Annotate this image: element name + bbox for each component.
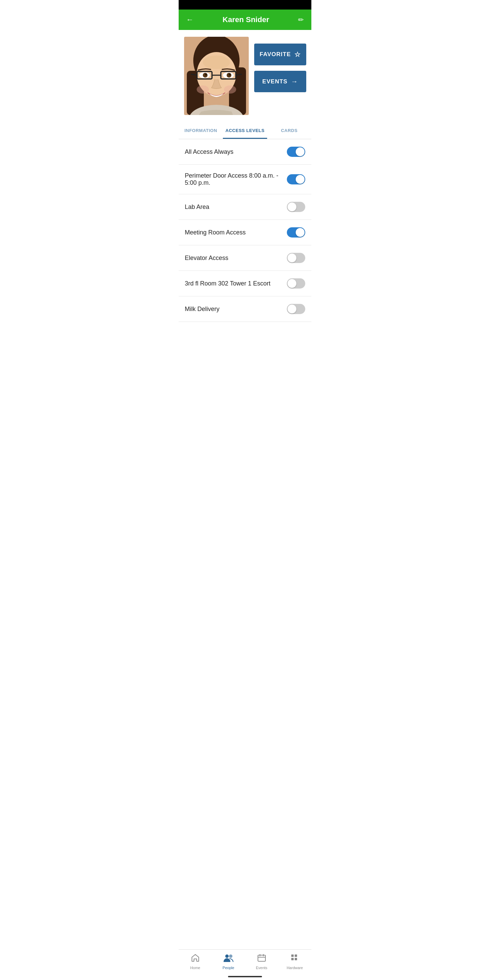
events-label: EVENTS	[262, 78, 288, 85]
toggle-knob-0	[296, 147, 305, 156]
access-item-1: Perimeter Door Access 8:00 a.m. - 5:00 p…	[179, 165, 311, 194]
access-item-0: All Access Always	[179, 139, 311, 165]
access-item-label-2: Lab Area	[185, 204, 209, 211]
header: ← Karen Snider ✏	[179, 10, 311, 30]
tabs-bar: INFORMATION ACCESS LEVELS CARDS	[179, 123, 311, 139]
access-item-3: Meeting Room Access	[179, 220, 311, 245]
svg-rect-22	[258, 955, 266, 961]
nav-events-label: Events	[256, 966, 267, 970]
nav-hardware-label: Hardware	[286, 966, 303, 970]
access-item-label-3: Meeting Room Access	[185, 229, 246, 236]
tab-access-levels[interactable]: ACCESS LEVELS	[223, 123, 267, 139]
toggle-6[interactable]	[287, 304, 305, 314]
page-title: Karen Snider	[195, 15, 297, 24]
access-item-label-0: All Access Always	[185, 148, 234, 156]
nav-hardware[interactable]: Hardware	[278, 950, 312, 970]
nav-home-label: Home	[190, 966, 200, 970]
toggle-knob-6	[288, 305, 296, 313]
toggle-knob-2	[288, 202, 296, 211]
home-indicator-bar	[228, 976, 262, 977]
svg-point-16	[229, 73, 231, 76]
toggle-5[interactable]	[287, 278, 305, 288]
toggle-2[interactable]	[287, 202, 305, 212]
svg-point-5	[203, 56, 230, 69]
favorite-label: FAVORITE	[259, 51, 291, 58]
access-item-label-1: Perimeter Door Access 8:00 a.m. - 5:00 p…	[185, 172, 287, 186]
svg-point-21	[229, 955, 232, 958]
star-icon: ☆	[294, 50, 301, 59]
svg-rect-27	[295, 955, 297, 957]
access-item-label-4: Elevator Access	[185, 255, 228, 262]
hardware-icon	[290, 953, 299, 964]
tab-cards[interactable]: CARDS	[267, 123, 311, 139]
toggle-1[interactable]	[287, 174, 305, 185]
events-icon	[257, 953, 266, 964]
nav-people-label: People	[223, 966, 234, 970]
back-button[interactable]: ←	[185, 14, 195, 25]
toggle-4[interactable]	[287, 253, 305, 263]
svg-rect-26	[291, 955, 294, 957]
access-levels-list: All Access AlwaysPerimeter Door Access 8…	[179, 139, 311, 950]
arrow-right-icon: →	[291, 78, 298, 86]
toggle-knob-4	[288, 253, 296, 262]
status-bar	[179, 0, 311, 10]
profile-actions: FAVORITE ☆ EVENTS →	[254, 43, 306, 92]
home-indicator	[179, 973, 311, 980]
access-item-6: Milk Delivery	[179, 296, 311, 322]
access-item-4: Elevator Access	[179, 245, 311, 271]
tab-information[interactable]: INFORMATION	[179, 123, 223, 139]
svg-point-15	[205, 73, 207, 76]
nav-events[interactable]: Events	[245, 950, 278, 970]
edit-button[interactable]: ✏	[297, 14, 305, 25]
toggle-0[interactable]	[287, 147, 305, 157]
access-item-label-6: Milk Delivery	[185, 305, 220, 313]
toggle-3[interactable]	[287, 227, 305, 237]
toggle-knob-5	[288, 279, 296, 288]
favorite-button[interactable]: FAVORITE ☆	[254, 43, 306, 65]
access-item-5: 3rd fl Room 302 Tower 1 Escort	[179, 271, 311, 296]
svg-point-17	[197, 86, 209, 94]
toggle-knob-1	[296, 175, 305, 184]
access-item-2: Lab Area	[179, 194, 311, 220]
profile-section: FAVORITE ☆ EVENTS →	[179, 30, 311, 121]
profile-photo	[184, 37, 249, 115]
svg-rect-28	[291, 958, 294, 960]
events-button[interactable]: EVENTS →	[254, 71, 306, 92]
toggle-knob-3	[296, 228, 305, 237]
home-icon	[191, 953, 200, 964]
people-icon	[223, 953, 234, 964]
access-item-label-5: 3rd fl Room 302 Tower 1 Escort	[185, 280, 270, 287]
nav-home[interactable]: Home	[179, 950, 212, 970]
svg-rect-29	[295, 958, 297, 960]
bottom-nav: Home People Events	[179, 950, 311, 973]
nav-people[interactable]: People	[212, 950, 245, 970]
svg-point-18	[224, 86, 236, 94]
svg-point-20	[225, 955, 229, 958]
